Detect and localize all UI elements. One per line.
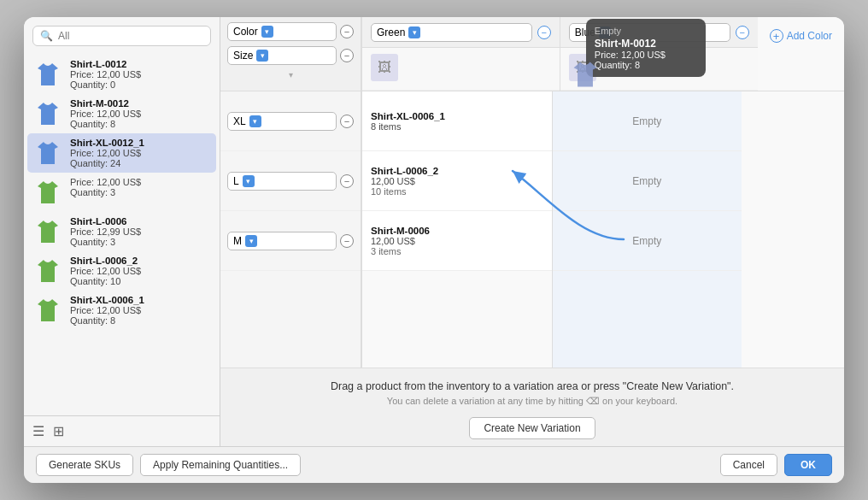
green-image-row: 🖼 (362, 48, 560, 91)
item-name: Shirt-L-0006_2 (70, 256, 141, 266)
remove-xl-button[interactable]: − (340, 115, 354, 128)
green-label: Green (377, 26, 405, 38)
grid-cell-l-green[interactable]: Shirt-L-0006_2 12,00 US$ 10 items (362, 151, 552, 211)
grid-cell-m-green[interactable]: Shirt-M-0006 12,00 US$ 3 items (362, 211, 552, 271)
cancel-button[interactable]: Cancel (720, 454, 777, 476)
xl-size-dropdown[interactable]: XL ▾ (227, 112, 337, 131)
item-name: Shirt-XL-0006_1 (70, 295, 144, 305)
item-price: Price: 12,00 US$ (70, 69, 141, 79)
delete-hint-text: You can delete a variation at any time b… (387, 396, 677, 407)
green-cells-column: Shirt-XL-0006_1 8 items Shirt-L-0006_2 1… (361, 91, 552, 368)
cell-price: 12,00 US$ (371, 176, 543, 186)
dropdown-arrow-icon: ▾ (256, 50, 268, 62)
remove-blue-button[interactable]: − (736, 26, 749, 39)
search-icon: 🔍 (40, 30, 53, 42)
grid-cell-m-blue[interactable]: Empty (553, 211, 742, 271)
size-value-xl: XL ▾ − (220, 91, 361, 151)
l-label: L (233, 175, 239, 187)
color-label: Color (233, 26, 258, 38)
remove-l-button[interactable]: − (340, 174, 354, 188)
column-headers: Color ▾ − Size ▾ − ▾ (220, 17, 844, 91)
remove-green-button[interactable]: − (537, 26, 551, 39)
shirt-thumbnail (32, 177, 63, 208)
ok-button[interactable]: OK (784, 454, 832, 476)
item-price: Price: 12,99 US$ (70, 226, 141, 237)
image-icon: 🖼 (378, 60, 391, 75)
cell-name: Shirt-M-0006 (371, 226, 543, 236)
green-header: Green ▾ − (362, 17, 560, 48)
dropdown-arrow-icon: ▾ (249, 115, 261, 127)
shirt-thumbnail (32, 138, 63, 168)
color-attribute-dropdown[interactable]: Color ▾ (227, 22, 337, 41)
dropdown-arrow-icon: ▾ (261, 26, 273, 38)
item-name: Shirt-L-0006 (70, 216, 141, 226)
generate-skus-button[interactable]: Generate SKUs (36, 454, 133, 476)
item-info: Shirt-XL-0006_1 Price: 12,00 US$ Quantit… (70, 295, 144, 326)
size-value-m: M ▾ − (220, 211, 361, 271)
item-name: Shirt-M-0012 (70, 98, 141, 109)
search-bar[interactable]: 🔍 (32, 26, 211, 46)
main-area: Color ▾ − Size ▾ − ▾ (220, 17, 844, 446)
green-column: Green ▾ − 🖼 (361, 17, 560, 91)
item-qty: Quantity: 3 (70, 187, 141, 197)
attr-row-color: Color ▾ − (227, 22, 354, 41)
item-price: Price: 12,00 US$ (70, 177, 141, 187)
shirt-thumbnail (32, 59, 63, 90)
list-item[interactable]: Shirt-L-0006 Price: 12,99 US$ Quantity: … (27, 212, 216, 251)
item-info: Shirt-L-0006 Price: 12,99 US$ Quantity: … (70, 216, 141, 247)
sidebar-list: Shirt-L-0012 Price: 12,00 US$ Quantity: … (24, 55, 220, 415)
item-info: Price: 12,00 US$ Quantity: 3 (70, 177, 141, 197)
list-item[interactable]: Shirt-XL-0006_1 Price: 12,00 US$ Quantit… (27, 291, 216, 330)
drag-hint-text: Drag a product from the inventory to a v… (331, 380, 734, 392)
item-price: Price: 12,00 US$ (70, 266, 141, 276)
item-info: Shirt-L-0006_2 Price: 12,00 US$ Quantity… (70, 256, 141, 286)
search-input[interactable] (58, 30, 203, 42)
window-footer: Generate SKUs Apply Remaining Quantities… (24, 446, 844, 483)
grid-view-icon[interactable]: ⊞ (53, 423, 64, 439)
item-price: Price: 12,00 US$ (70, 109, 141, 119)
item-info: Shirt-M-0012 Price: 12,00 US$ Quantity: … (70, 98, 141, 129)
list-item[interactable]: Shirt-L-0006_2 Price: 12,00 US$ Quantity… (27, 251, 216, 291)
blue-value-dropdown[interactable]: Blue ▾ (569, 23, 730, 42)
apply-quantities-button[interactable]: Apply Remaining Quantities... (140, 454, 301, 476)
list-item[interactable]: Shirt-XL-0012_1 Price: 12,00 US$ Quantit… (27, 133, 216, 173)
list-item[interactable]: Shirt-L-0012 Price: 12,00 US$ Quantity: … (27, 55, 216, 94)
list-item[interactable]: Price: 12,00 US$ Quantity: 3 (27, 173, 216, 212)
m-label: M (233, 235, 242, 247)
add-color-area: + Add Color (758, 17, 844, 91)
add-color-button[interactable]: + Add Color (763, 24, 839, 48)
size-label: Size (233, 50, 253, 62)
blue-label: Blue (575, 26, 595, 38)
list-view-icon[interactable]: ☰ (32, 423, 44, 439)
bottom-info: Drag a product from the inventory to a v… (220, 368, 844, 446)
size-attribute-dropdown[interactable]: Size ▾ (227, 46, 337, 65)
window-content: 🔍 Shirt-L-0012 Price: 12,00 US$ Quantity… (24, 17, 844, 446)
add-color-spacer (742, 91, 844, 368)
green-value-dropdown[interactable]: Green ▾ (371, 23, 532, 42)
image-icon: 🖼 (576, 60, 589, 75)
list-item[interactable]: Shirt-M-0012 Price: 12,00 US$ Quantity: … (27, 94, 216, 133)
grid-cell-xl-green[interactable]: Shirt-XL-0006_1 8 items (362, 91, 552, 151)
dropdown-arrow-icon: ▾ (408, 26, 420, 38)
item-info: Shirt-XL-0012_1 Price: 12,00 US$ Quantit… (70, 138, 144, 168)
shirt-thumbnail (32, 295, 63, 326)
blue-cells-column: Empty Empty Empty (552, 91, 742, 368)
cell-name: Shirt-XL-0006_1 (371, 111, 543, 121)
remove-size-button[interactable]: − (340, 49, 354, 62)
green-image-placeholder: 🖼 (371, 54, 398, 81)
remove-color-button[interactable]: − (340, 25, 354, 38)
shirt-thumbnail (32, 216, 63, 247)
l-size-dropdown[interactable]: L ▾ (227, 172, 337, 191)
item-price: Price: 12,00 US$ (70, 305, 144, 315)
grid-body: XL ▾ − L ▾ − M (220, 91, 844, 368)
create-new-variation-button[interactable]: Create New Variation (469, 417, 595, 439)
m-size-dropdown[interactable]: M ▾ (227, 232, 337, 250)
grid-cell-l-blue[interactable]: Empty (553, 151, 742, 211)
grid-cell-xl-blue[interactable]: Empty (553, 91, 742, 151)
cell-count: 10 items (371, 186, 543, 197)
cell-count: 3 items (371, 246, 543, 256)
item-name: Shirt-L-0012 (70, 59, 141, 69)
item-price: Price: 12,00 US$ (70, 148, 144, 158)
cell-price: 12,00 US$ (371, 236, 543, 246)
remove-m-button[interactable]: − (340, 234, 354, 248)
